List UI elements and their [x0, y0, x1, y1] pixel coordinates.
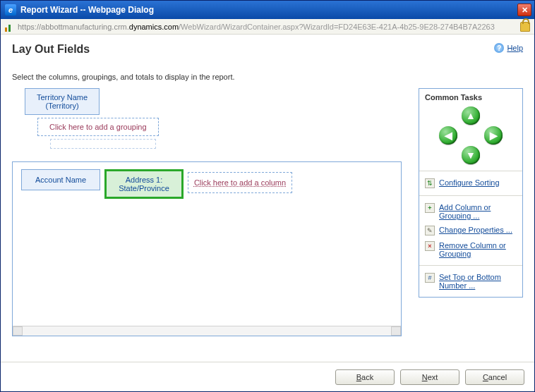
task-configure-sorting[interactable]: Configure Sorting — [425, 176, 517, 191]
help-icon: ? — [494, 43, 504, 53]
common-tasks-title: Common Tasks — [425, 93, 517, 102]
number-icon — [425, 273, 435, 283]
window-title: Report Wizard -- Webpage Dialog — [20, 5, 517, 15]
scroll-left[interactable] — [13, 326, 23, 336]
ie-icon: e — [5, 4, 16, 16]
back-button[interactable]: Back — [335, 369, 395, 385]
task-remove-column[interactable]: Remove Column or Grouping — [425, 238, 517, 261]
next-button[interactable]: Next — [400, 369, 459, 385]
window-titlebar: e Report Wizard -- Webpage Dialog ✕ — [1, 1, 534, 19]
instruction-text: Select the columns, groupings, and total… — [12, 73, 523, 81]
arrow-down-icon: ▼ — [466, 150, 476, 160]
close-button[interactable]: ✕ — [517, 4, 531, 16]
column-account-name[interactable]: Account Name — [21, 169, 100, 190]
cancel-button[interactable]: Cancel — [465, 369, 524, 385]
report-icon — [5, 22, 15, 32]
horizontal-scrollbar[interactable] — [13, 326, 401, 336]
column-address1-state[interactable]: Address 1: State/Province — [104, 169, 184, 199]
task-add-column[interactable]: Add Column or Grouping ... — [425, 200, 517, 223]
add-grouping[interactable]: Click here to add a grouping — [37, 118, 159, 136]
scroll-track[interactable] — [23, 326, 391, 336]
columns-grid: Account Name Address 1: State/Province C… — [12, 161, 402, 336]
arrow-left-icon: ◀ — [445, 130, 452, 140]
move-down-button[interactable]: ▼ — [462, 146, 480, 164]
remove-icon — [425, 241, 435, 251]
move-arrows: ▲ ◀ ▶ ▼ — [425, 106, 517, 165]
move-up-button[interactable]: ▲ — [462, 106, 480, 125]
add-column[interactable]: Click here to add a column — [188, 172, 292, 193]
edit-icon — [425, 226, 435, 235]
add-icon — [425, 203, 435, 213]
footer-buttons: Back Next Cancel — [1, 362, 534, 391]
arrow-up-icon: ▲ — [466, 111, 476, 121]
common-tasks-panel: Common Tasks ▲ ◀ ▶ ▼ Configure Sorting A… — [419, 88, 523, 298]
design-area: Territory Name (Territory) Click here to… — [12, 88, 402, 336]
add-grouping-placeholder[interactable] — [50, 139, 156, 149]
address-bar: https://abbottmanufacturing.crm.dynamics… — [1, 19, 534, 35]
help-link[interactable]: ? Help — [494, 43, 523, 53]
arrow-right-icon: ▶ — [490, 130, 498, 140]
sort-icon — [425, 178, 435, 188]
move-right-button[interactable]: ▶ — [484, 126, 503, 145]
task-change-properties[interactable]: Change Properties ... — [425, 223, 517, 238]
move-left-button[interactable]: ◀ — [439, 126, 457, 145]
page-title: Lay Out Fields — [12, 43, 523, 56]
scroll-right[interactable] — [391, 326, 401, 336]
task-set-top-bottom[interactable]: Set Top or Bottom Number ... — [425, 270, 517, 293]
grouping-territory[interactable]: Territory Name (Territory) — [25, 88, 100, 115]
lock-icon — [520, 22, 530, 32]
url-text: https://abbottmanufacturing.crm.dynamics… — [18, 23, 516, 31]
